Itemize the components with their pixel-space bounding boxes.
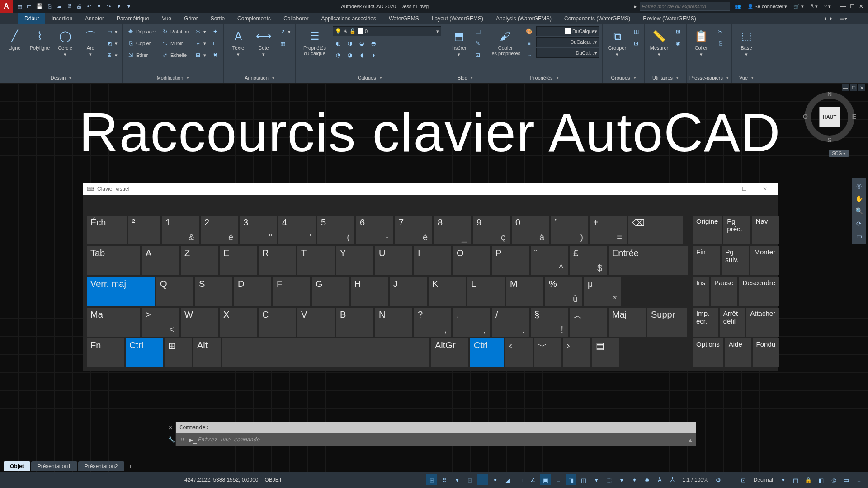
- annot-scale-icon[interactable]: 人: [667, 474, 678, 485]
- isodraft-icon[interactable]: ◢: [502, 474, 513, 485]
- echelle-button[interactable]: ⤢Echelle: [160, 50, 191, 61]
- color-combo[interactable]: DuCalque ▾: [536, 26, 599, 36]
- osk-key[interactable]: ›: [563, 338, 590, 367]
- tab-insertion[interactable]: Insertion: [45, 13, 79, 24]
- matchprop-button[interactable]: 🖌Copier les propriétés: [489, 26, 522, 56]
- tab-annoter[interactable]: Annoter: [79, 13, 110, 24]
- 3d-osnap-icon[interactable]: ▾: [591, 474, 602, 485]
- plot-icon[interactable]: 🖶: [65, 2, 73, 10]
- osk-key[interactable]: ︿: [570, 308, 607, 337]
- osk-key[interactable]: P: [492, 246, 529, 275]
- dynamic-input-icon[interactable]: ⊡: [464, 474, 475, 485]
- dyn-ucs-icon[interactable]: ⬚: [604, 474, 614, 485]
- isolate-icon[interactable]: ◧: [816, 474, 826, 485]
- osk-key[interactable]: H: [351, 277, 388, 306]
- osk-key[interactable]: S: [195, 277, 232, 306]
- search-input[interactable]: [640, 2, 730, 11]
- block-attr-icon[interactable]: ⊡: [472, 50, 483, 61]
- cycling-icon[interactable]: ◫: [578, 474, 589, 485]
- explode-button[interactable]: ✦: [210, 26, 221, 37]
- osk-key[interactable]: ²: [128, 216, 160, 244]
- panel-util-title[interactable]: Utilitaires: [647, 73, 684, 83]
- app-store-icon[interactable]: 🛒 ▾: [792, 4, 806, 9]
- util-icon[interactable]: ◉: [673, 38, 684, 49]
- osk-key[interactable]: Attacher: [746, 308, 779, 337]
- table-button[interactable]: ▦: [277, 38, 292, 49]
- workspace-icon[interactable]: ⊡: [738, 474, 749, 485]
- app-icon[interactable]: A: [0, 0, 13, 13]
- osk-key[interactable]: /:: [492, 308, 529, 337]
- osk-key[interactable]: Monter: [750, 246, 779, 275]
- osk-key[interactable]: T: [297, 246, 335, 275]
- nav-zoom-icon[interactable]: 🔍: [853, 205, 865, 217]
- maximize-icon[interactable]: ☐: [848, 2, 856, 10]
- tab-complements[interactable]: Compléments: [231, 13, 277, 24]
- tab-watergems[interactable]: WaterGEMS: [382, 13, 425, 24]
- osnap-icon[interactable]: □: [515, 474, 526, 485]
- util-icon[interactable]: ⊞: [673, 26, 684, 37]
- clean-screen-icon[interactable]: ▭: [841, 474, 852, 485]
- base-button[interactable]: ⬚Base▾: [735, 26, 758, 57]
- autoscale-icon[interactable]: Å: [654, 474, 665, 485]
- block-edit-icon[interactable]: ✎: [472, 38, 483, 49]
- layer-tool-icon[interactable]: ◑: [344, 38, 355, 49]
- osk-key[interactable]: Ctrl: [470, 338, 504, 367]
- command-handle-icon[interactable]: ⠿: [176, 437, 189, 442]
- osk-key[interactable]: Maj: [87, 308, 140, 337]
- layer-tool-icon[interactable]: ◕: [344, 50, 355, 61]
- annot-vis-icon[interactable]: ✱: [642, 474, 652, 485]
- tab-presentation1[interactable]: Présentation1: [31, 461, 77, 471]
- osk-key[interactable]: [222, 338, 429, 367]
- grouper-button[interactable]: ⧉Grouper▾: [605, 26, 629, 57]
- add-layout-button[interactable]: +: [125, 463, 136, 469]
- osk-key[interactable]: Aide: [725, 338, 751, 367]
- layer-tool-icon[interactable]: ◗: [368, 50, 379, 61]
- osk-key[interactable]: ⊞: [165, 338, 192, 367]
- layer-combo[interactable]: 💡☀🔓 0 ▾: [333, 26, 441, 36]
- panel-groupes-title[interactable]: Groupes: [605, 73, 642, 83]
- rotation-button[interactable]: ↻Rotation: [160, 26, 191, 37]
- osk-key[interactable]: X: [220, 308, 257, 337]
- ortho-icon[interactable]: ∟: [477, 474, 488, 485]
- print-icon[interactable]: 🖨: [75, 2, 83, 10]
- cut-icon[interactable]: ✂: [715, 26, 726, 37]
- tab-sortie[interactable]: Sortie: [204, 13, 231, 24]
- cote-button[interactable]: ⟷Cote▾: [252, 26, 275, 57]
- cercle-button[interactable]: ◯Cercle▾: [53, 26, 77, 57]
- osk-key[interactable]: Arrêt défil: [720, 308, 745, 337]
- group-sel-icon[interactable]: ⊡: [631, 38, 642, 49]
- osk-key[interactable]: Descendre: [739, 277, 779, 306]
- layer-tool-icon[interactable]: ◔: [333, 50, 344, 61]
- osk-key[interactable]: Ins: [693, 277, 709, 306]
- osk-key[interactable]: ‹: [505, 338, 533, 367]
- ucs-button[interactable]: SCG ▾: [829, 150, 849, 157]
- osk-key[interactable]: U: [375, 246, 412, 275]
- a360-icon[interactable]: Å ▾: [808, 4, 819, 9]
- osk-key[interactable]: V: [297, 308, 335, 337]
- osk-key[interactable]: C: [259, 308, 296, 337]
- osk-key[interactable]: A: [142, 246, 179, 275]
- panel-vue-title[interactable]: Vue: [735, 73, 758, 83]
- trim-button[interactable]: ✂▾: [193, 26, 208, 37]
- osk-key[interactable]: Z: [181, 246, 218, 275]
- web-icon[interactable]: ☁: [55, 2, 63, 10]
- layer-tool-icon[interactable]: ◓: [368, 38, 379, 49]
- lw-combo[interactable]: DuCalqu… ▾: [536, 37, 599, 47]
- deplacer-button[interactable]: ✥Déplacer: [125, 26, 158, 37]
- tab-apps[interactable]: Applications associées: [315, 13, 382, 24]
- command-line[interactable]: Commande: ⠿ ▸_ Entrez une commande ▴: [175, 422, 696, 446]
- viewport-close-icon[interactable]: ✕: [858, 84, 865, 91]
- close-icon[interactable]: ✕: [857, 2, 865, 10]
- osk-key[interactable]: Nav: [752, 216, 779, 244]
- osk-close-icon[interactable]: ✕: [756, 186, 774, 192]
- inserer-button[interactable]: ⬒Insérer▾: [447, 26, 471, 57]
- coller-button[interactable]: 📋Coller▾: [689, 26, 713, 57]
- tab-analysis-wg[interactable]: Analysis (WaterGEMS): [490, 13, 558, 24]
- hardware-icon[interactable]: ◎: [828, 474, 839, 485]
- array-button[interactable]: ⊞▾: [193, 50, 208, 61]
- tab-parametrique[interactable]: Paramétrique: [110, 13, 156, 24]
- osk-key[interactable]: E: [220, 246, 257, 275]
- command-close-icon[interactable]: ✕: [168, 425, 173, 431]
- erase-button[interactable]: ✖: [210, 50, 221, 61]
- leader-button[interactable]: ↗▾: [277, 26, 292, 37]
